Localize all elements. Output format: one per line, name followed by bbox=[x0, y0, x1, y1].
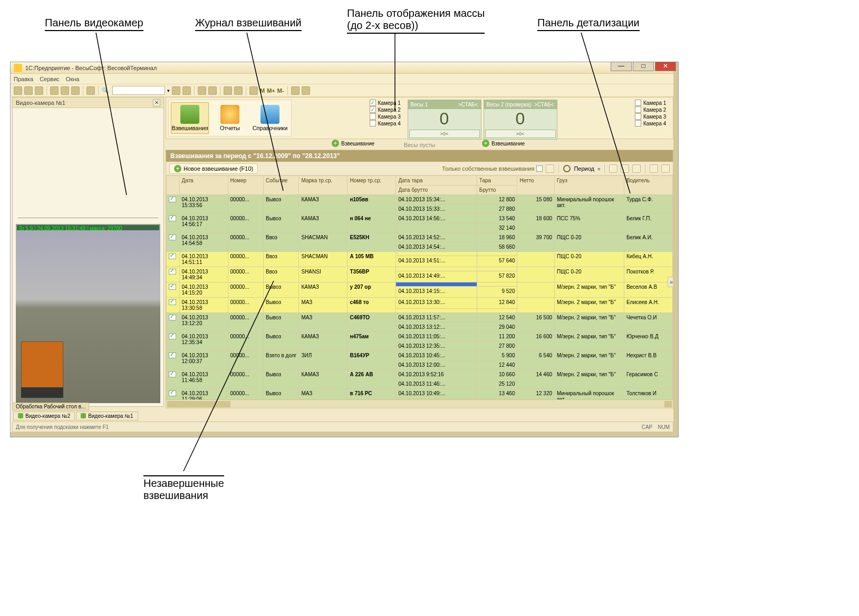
workspace-tab[interactable]: Обработка Рабочий стол в... bbox=[12, 403, 89, 410]
col-event[interactable]: Событие bbox=[264, 176, 299, 195]
col-brand[interactable]: Марка тр.ср. bbox=[299, 176, 348, 195]
tb-new-icon[interactable] bbox=[14, 86, 22, 95]
tb-icon[interactable] bbox=[609, 164, 617, 173]
table-row[interactable]: 04.10.201314:15:20 00000... Вывоз КАМАЗ … bbox=[167, 282, 673, 287]
table-row[interactable]: 04.10.201313:30:58 00000... Вывоз МАЗ с4… bbox=[167, 298, 673, 309]
clock-icon[interactable] bbox=[563, 165, 571, 172]
checkbox[interactable] bbox=[370, 120, 376, 126]
maximize-button[interactable]: □ bbox=[633, 62, 654, 71]
col-plate[interactable]: Номер тр.ср. bbox=[348, 176, 396, 195]
checkbox[interactable]: ✓ bbox=[370, 100, 376, 106]
menu-windows[interactable]: Окна bbox=[66, 76, 80, 82]
camera-checkbox[interactable]: ✓Камера 1 bbox=[370, 100, 404, 106]
camera-close-icon[interactable]: ✕ bbox=[153, 99, 160, 106]
tb-back-icon[interactable] bbox=[182, 86, 191, 95]
col-brutto[interactable]: Брутто bbox=[477, 185, 517, 195]
table-row[interactable]: 04.10.201314:49:34 00000... Ввоз SHANSI … bbox=[167, 267, 673, 271]
h-scrollbar[interactable] bbox=[166, 399, 673, 408]
new-weighing-button[interactable]: + Новое взвешивание (F10) bbox=[169, 163, 258, 174]
bottom-tab-cam2[interactable]: Видео-камера №2 bbox=[13, 412, 75, 421]
table-row[interactable]: 04.10.201315:33:56 00000... Вывоз КАМАЗ … bbox=[167, 195, 673, 204]
table-row[interactable]: 04.10.201313:12:20 00000... Вывоз МАЗ С4… bbox=[167, 313, 673, 322]
memory-m[interactable]: M bbox=[260, 87, 265, 94]
tb-settings-icon[interactable] bbox=[302, 86, 310, 95]
scale-2-zero-button[interactable]: >0< bbox=[485, 130, 556, 138]
camera-checkbox[interactable]: Камера 4 bbox=[370, 120, 404, 126]
col-icon[interactable] bbox=[167, 176, 180, 195]
weighings-button[interactable]: Взвешивания bbox=[171, 102, 209, 134]
tb-icon[interactable] bbox=[650, 164, 658, 173]
bottom-tab-cam1[interactable]: Видео-камера №1 bbox=[76, 412, 138, 421]
tb-find-icon[interactable] bbox=[86, 86, 95, 95]
table-row[interactable]: 04.10.201314:51:11 00000... Ввоз SHACMAN… bbox=[167, 252, 673, 256]
checkbox[interactable] bbox=[635, 106, 641, 113]
own-only-checkbox[interactable]: Только собственные взвешивания bbox=[442, 165, 543, 172]
close-button[interactable]: ✕ bbox=[655, 62, 676, 71]
col-driver[interactable]: Водитель bbox=[624, 176, 672, 195]
tb-refresh-icon[interactable] bbox=[172, 86, 180, 95]
journal-panel: » Взвешивания за период с "16.12.2009" п… bbox=[166, 150, 673, 408]
tb-help-icon[interactable] bbox=[208, 86, 217, 95]
tb-print-icon[interactable] bbox=[198, 86, 206, 95]
table-row[interactable]: 04.10.201314:54:58 00000... Ввоз SHACMAN… bbox=[167, 233, 673, 242]
tb-icon[interactable] bbox=[621, 164, 629, 173]
camera-checkbox[interactable]: Камера 3 bbox=[635, 113, 670, 120]
checkbox[interactable] bbox=[370, 113, 376, 120]
toolbar: 🔍 ▾ M M+ M- bbox=[11, 84, 678, 97]
checkbox[interactable] bbox=[635, 113, 641, 120]
checkbox[interactable]: ✓ bbox=[370, 106, 376, 113]
col-tara[interactable]: Тара bbox=[477, 176, 517, 185]
checkbox[interactable] bbox=[635, 100, 641, 106]
camera-checkbox[interactable]: ✓Камера 2 bbox=[370, 106, 404, 113]
refs-button[interactable]: Справочники bbox=[251, 102, 289, 134]
camera-checkbox[interactable]: Камера 4 bbox=[635, 120, 670, 126]
scale-1-zero-button[interactable]: >0< bbox=[409, 130, 480, 138]
menu-edit[interactable]: Правка bbox=[14, 76, 33, 82]
window-frame bbox=[11, 432, 678, 437]
weighings-table[interactable]: Дата Номер Событие Марка тр.ср. Номер тр… bbox=[166, 175, 673, 408]
minimize-button[interactable]: — bbox=[611, 62, 632, 71]
new-weighing-label: Новое взвешивание (F10) bbox=[184, 165, 253, 172]
memory-mplus[interactable]: M+ bbox=[267, 87, 275, 94]
reports-button[interactable]: Отчеты bbox=[211, 102, 249, 134]
table-row[interactable]: 04.10.201311:29:06 00000... Вывоз МАЗ в … bbox=[167, 389, 673, 398]
refresh-icon[interactable] bbox=[546, 164, 554, 173]
tb-calc-icon[interactable] bbox=[224, 86, 232, 95]
search-input[interactable] bbox=[112, 86, 165, 95]
checkbox[interactable] bbox=[536, 165, 543, 172]
tb-open-icon[interactable] bbox=[24, 86, 33, 95]
expand-icon[interactable]: » bbox=[668, 277, 673, 287]
camera-checkbox[interactable]: Камера 1 bbox=[635, 100, 670, 106]
table-row[interactable]: 04.10.201312:35:34 00000... Вывоз КАМАЗ … bbox=[167, 332, 673, 341]
period-prev-icon[interactable]: ▫ bbox=[597, 164, 600, 173]
col-num[interactable]: Номер bbox=[228, 176, 263, 195]
separator bbox=[220, 86, 220, 95]
checkbox[interactable] bbox=[635, 120, 641, 126]
camera-checkbox[interactable]: Камера 3 bbox=[370, 113, 404, 120]
col-netto[interactable]: Нетто bbox=[517, 176, 555, 195]
tb-pin-icon[interactable] bbox=[291, 86, 300, 95]
camera-checkbox[interactable]: Камера 2 bbox=[635, 106, 670, 113]
col-cargo[interactable]: Груз bbox=[555, 176, 624, 195]
table-row[interactable]: 04.10.201314:56:17 00000... Вывоз КАМАЗ … bbox=[167, 214, 673, 223]
tb-calendar-icon[interactable] bbox=[234, 86, 243, 95]
memory-mminus[interactable]: M- bbox=[277, 87, 284, 94]
camera-label: Камера 3 bbox=[643, 114, 666, 120]
menu-service[interactable]: Сервис bbox=[40, 76, 60, 82]
col-dtara[interactable]: Дата тара bbox=[396, 176, 477, 185]
table-row[interactable]: 04.10.201312:00:37 00000... Взято в долг… bbox=[167, 351, 673, 360]
dropdown-icon[interactable]: ▾ bbox=[167, 88, 170, 93]
own-only-label: Только собственные взвешивания bbox=[442, 165, 534, 172]
tb-cut-icon[interactable] bbox=[50, 86, 59, 95]
tb-paste-icon[interactable] bbox=[71, 86, 80, 95]
tb-save-icon[interactable] bbox=[35, 86, 43, 95]
tb-icon[interactable] bbox=[632, 164, 641, 173]
table-row[interactable]: 04.10.201311:46:58 00000... Вывоз КАМАЗ … bbox=[167, 370, 673, 379]
weighings-icon bbox=[180, 105, 199, 124]
tb-icon[interactable] bbox=[661, 164, 670, 173]
tb-ext1-icon[interactable] bbox=[249, 86, 258, 95]
tb-copy-icon[interactable] bbox=[61, 86, 69, 95]
col-date[interactable]: Дата bbox=[179, 176, 228, 195]
col-dbrutto[interactable]: Дата брутто bbox=[396, 185, 477, 195]
bottom-tabs: Видео-камера №2 Видео-камера №1 bbox=[12, 410, 673, 421]
